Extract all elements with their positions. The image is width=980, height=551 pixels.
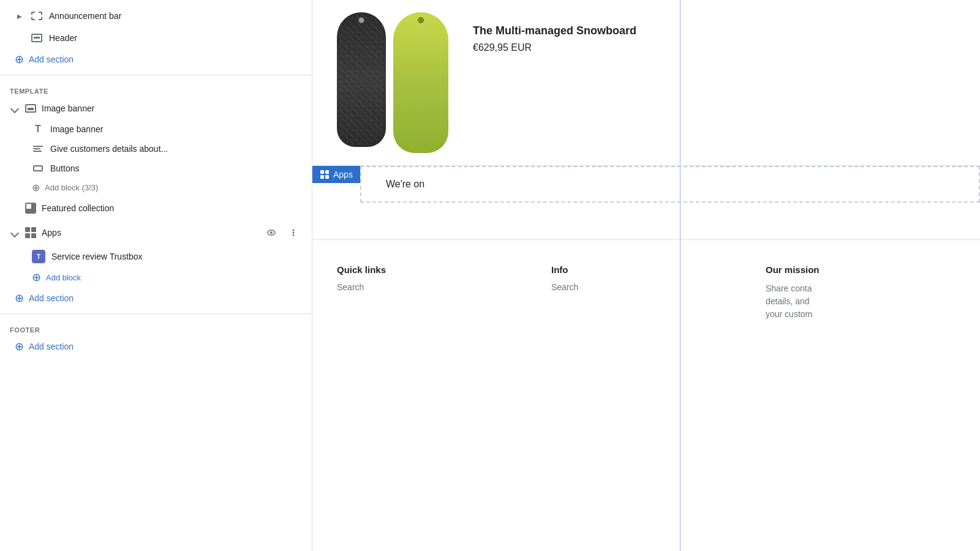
text-icon: T [32, 123, 44, 135]
more-options-icon [288, 228, 298, 238]
snowboard-pattern-1 [337, 12, 386, 147]
image-banner-child3-label: Buttons [50, 163, 79, 173]
footer-col-mission: Our mission Share conta details, and you… [766, 264, 956, 321]
chevron-down-icon [10, 103, 20, 113]
were-on-section: We're on [360, 166, 980, 203]
footer-col3-text: Share conta details, and your custom [766, 282, 956, 321]
apps-tab-icon [320, 170, 330, 179]
empty-space [312, 203, 980, 239]
product-title: The Multi-managed Snowboard [473, 24, 636, 37]
apps-tab[interactable]: Apps [312, 166, 360, 183]
add-block-plus-gray-icon: ⊕ [32, 182, 40, 193]
sidebar-item-image-banner-child2[interactable]: Give customers details about... [0, 139, 312, 159]
add-section-button-top[interactable]: ⊕ Add section [0, 49, 312, 70]
lines-icon [32, 143, 44, 155]
add-section-plus-icon-2: ⊕ [15, 291, 24, 305]
apps-icon [24, 227, 37, 239]
footer-col-info: Info Search [551, 264, 741, 321]
svg-rect-9 [325, 175, 329, 179]
svg-point-4 [293, 234, 295, 236]
svg-rect-8 [320, 175, 324, 179]
svg-point-3 [293, 232, 295, 234]
add-section-button-footer[interactable]: ⊕ Add section [0, 336, 312, 357]
divider-2 [0, 313, 312, 314]
preview-area: The Multi-managed Snowboard €629,95 EUR … [312, 0, 980, 551]
add-section-button-middle[interactable]: ⊕ Add section [0, 288, 312, 309]
snowboard-screw-top-2 [418, 17, 424, 23]
footer-col-quick-links: Quick links Search [337, 264, 527, 321]
footer-col1-title: Quick links [337, 264, 527, 275]
add-block-button-image-banner[interactable]: ⊕ Add block (3/3) [0, 178, 312, 197]
preview-frame: The Multi-managed Snowboard €629,95 EUR … [312, 0, 980, 551]
svg-point-2 [293, 230, 295, 231]
apps-row: Apps We're on [312, 166, 980, 203]
sidebar-item-image-banner-child1[interactable]: T Image banner [0, 119, 312, 139]
apps-tab-label: Apps [333, 170, 353, 179]
footer-col3-title: Our mission [766, 264, 956, 275]
sidebar-item-image-banner[interactable]: Image banner [0, 97, 312, 119]
footer-col2-title: Info [551, 264, 741, 275]
footer-section-label: FOOTER [0, 319, 312, 336]
image-banner-icon [24, 102, 37, 114]
sidebar-item-header[interactable]: Header [0, 27, 312, 49]
chevron-down-apps-icon [10, 228, 20, 238]
add-block-plus-blue-icon: ⊕ [32, 271, 41, 284]
sidebar-item-announcement[interactable]: ▶ Announcement bar [0, 5, 312, 27]
add-section-plus-icon: ⊕ [15, 53, 24, 66]
image-banner-child2-label: Give customers details about... [50, 144, 168, 154]
announcement-bar-label: Announcement bar [49, 11, 121, 21]
image-banner-child1-label: Image banner [50, 124, 103, 134]
sidebar-item-image-banner-child3[interactable]: Buttons [0, 159, 312, 178]
announcement-bar-icon [31, 10, 43, 22]
apps-label: Apps [42, 228, 61, 238]
sidebar-item-featured-collection[interactable]: Featured collection [0, 197, 312, 219]
product-price: €629,95 EUR [473, 42, 636, 53]
product-images [337, 12, 448, 153]
image-banner-label: Image banner [42, 103, 94, 113]
featured-collection-label: Featured collection [42, 203, 114, 213]
were-on-text: We're on [386, 179, 424, 190]
product-info: The Multi-managed Snowboard €629,95 EUR [473, 12, 636, 53]
sidebar-item-apps[interactable]: Apps [0, 219, 312, 246]
add-block-button-apps[interactable]: ⊕ Add block [0, 267, 312, 288]
svg-rect-5 [337, 12, 386, 147]
footer-col1-item1: Search [337, 282, 527, 292]
template-section-label: TEMPLATE [0, 80, 312, 97]
svg-rect-7 [325, 170, 329, 174]
divider-1 [0, 75, 312, 75]
trustbox-icon: T [32, 250, 45, 263]
add-section-plus-icon-3: ⊕ [15, 340, 24, 353]
footer-section: Quick links Search Info Search Our missi… [312, 239, 980, 345]
header-label: Header [49, 33, 77, 43]
snowboard-image-2 [393, 12, 448, 153]
featured-collection-icon [24, 202, 37, 214]
svg-point-1 [270, 231, 273, 234]
apps-more-button[interactable] [285, 224, 302, 241]
product-section: The Multi-managed Snowboard €629,95 EUR [312, 0, 980, 166]
buttons-icon [32, 162, 44, 174]
snowboard-image-1 [337, 12, 386, 147]
apps-visibility-button[interactable] [263, 224, 280, 241]
footer-col2-item1: Search [551, 282, 741, 292]
header-icon [31, 32, 43, 44]
snowboard-screw-top [358, 17, 364, 23]
sidebar-item-service-review[interactable]: T Service review Trustbox [0, 246, 312, 267]
service-review-label: Service review Trustbox [51, 252, 143, 261]
sidebar: ▶ Announcement bar Header ⊕ Add section … [0, 0, 312, 551]
eye-icon [266, 228, 276, 238]
svg-rect-6 [320, 170, 324, 174]
